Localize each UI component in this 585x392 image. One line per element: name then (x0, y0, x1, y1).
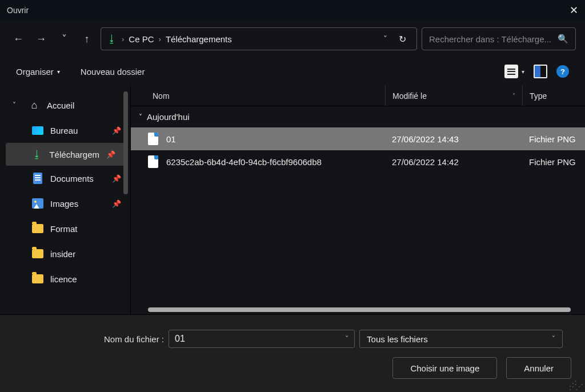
column-header-type[interactable]: Type (522, 86, 585, 106)
column-header-modified[interactable]: Modifié le ˅ (385, 86, 522, 106)
cancel-button[interactable]: Annuler (506, 357, 571, 379)
sidebar-item-insider[interactable]: insider (0, 241, 130, 266)
pin-icon: 📌 (112, 199, 121, 208)
file-name: 01 (166, 134, 385, 144)
sidebar-item-label: Téléchargem (49, 150, 99, 159)
breadcrumb-current[interactable]: Téléchargements (166, 34, 232, 44)
sidebar: ˅ ⌂ Accueil Bureau 📌 ⭳ Téléchargem 📌 Doc… (0, 86, 130, 314)
file-type: Fichier PNG (522, 134, 585, 144)
preview-pane-icon[interactable] (534, 65, 547, 78)
file-row[interactable]: 6235c2ab-6b4d-4ef0-94cb-f6cbf9606db8 27/… (131, 150, 585, 173)
pin-icon: 📌 (112, 174, 121, 183)
filename-input[interactable]: 01 ˅ (169, 330, 355, 348)
sidebar-item-pictures[interactable]: Images 📌 (0, 191, 130, 216)
forward-button[interactable]: → (32, 30, 50, 48)
sidebar-item-label: Bureau (50, 126, 78, 135)
file-list: Nom Modifié le ˅ Type ˅ Aujourd'hui 01 2… (130, 86, 585, 314)
sidebar-item-documents[interactable]: Documents 📌 (0, 166, 130, 191)
window-title: Ouvrir (7, 6, 29, 15)
chevron-down-icon[interactable]: ▾ (522, 69, 524, 75)
resize-grip[interactable]: ⋰⋰⋰ (569, 382, 582, 389)
filename-value: 01 (175, 334, 185, 344)
recent-locations-button[interactable]: ˅ (55, 30, 73, 48)
breadcrumb-separator: › (122, 35, 124, 43)
help-icon[interactable]: ? (556, 65, 569, 78)
pin-icon: 📌 (106, 150, 115, 159)
chevron-down-icon: ˅ (13, 101, 22, 109)
filename-label: Nom du fichier : (104, 334, 164, 344)
up-button[interactable]: ↑ (78, 30, 96, 48)
sidebar-item-label: licence (50, 274, 77, 284)
new-folder-button[interactable]: Nouveau dossier (81, 67, 145, 77)
downloads-pin-icon: ⭳ (107, 33, 117, 45)
sidebar-item-label: Images (50, 199, 78, 209)
sidebar-item-label: Format (50, 224, 78, 234)
file-type: Fichier PNG (522, 157, 585, 167)
pictures-icon (32, 198, 43, 209)
column-header-name[interactable]: Nom (153, 91, 385, 101)
column-headers: Nom Modifié le ˅ Type (131, 86, 585, 106)
document-icon (33, 173, 42, 184)
view-list-icon[interactable] (504, 65, 518, 78)
chevron-down-icon: ▾ (57, 69, 60, 75)
search-icon: 🔍 (558, 34, 568, 44)
group-header[interactable]: ˅ Aujourd'hui (131, 106, 585, 127)
address-bar[interactable]: ⭳ › Ce PC › Téléchargements ˅ ↻ (101, 27, 417, 50)
filetype-value: Tous les fichiers (367, 334, 428, 344)
sidebar-item-home[interactable]: ˅ ⌂ Accueil (0, 93, 130, 118)
home-icon: ⌂ (29, 99, 40, 111)
chevron-down-icon[interactable]: ˅ (345, 335, 348, 343)
search-input[interactable]: Rechercher dans : Télécharge... 🔍 (422, 27, 576, 50)
folder-icon (32, 274, 43, 283)
file-modified: 27/06/2022 14:42 (385, 157, 522, 167)
titlebar: Ouvrir ✕ (0, 0, 585, 21)
scrollbar[interactable] (123, 91, 128, 194)
desktop-icon (32, 126, 43, 135)
chevron-down-icon[interactable]: ˅ (383, 34, 387, 43)
file-icon (148, 133, 158, 145)
open-button[interactable]: Choisir une image (392, 357, 497, 379)
toolbar: Organiser ▾ Nouveau dossier ▾ ? (0, 57, 585, 86)
file-modified: 27/06/2022 14:43 (385, 134, 522, 144)
sidebar-item-downloads[interactable]: ⭳ Téléchargem 📌 (6, 143, 125, 166)
breadcrumb-separator: › (159, 35, 161, 43)
horizontal-scrollbar[interactable] (148, 307, 571, 312)
organize-label: Organiser (16, 67, 54, 77)
chevron-down-icon: ˅ (139, 113, 142, 121)
sort-indicator-icon: ˅ (512, 93, 515, 99)
sidebar-item-desktop[interactable]: Bureau 📌 (0, 118, 130, 143)
breadcrumb-root[interactable]: Ce PC (129, 34, 154, 44)
sidebar-item-label: Documents (50, 174, 94, 183)
file-row[interactable]: 01 27/06/2022 14:43 Fichier PNG (131, 127, 585, 150)
navigation-bar: ← → ˅ ↑ ⭳ › Ce PC › Téléchargements ˅ ↻ … (0, 21, 585, 57)
filetype-select[interactable]: Tous les fichiers ˅ (359, 330, 563, 348)
folder-icon (32, 224, 43, 233)
file-icon (148, 155, 158, 168)
dialog-footer: Nom du fichier : 01 ˅ Tous les fichiers … (0, 314, 585, 392)
refresh-icon[interactable]: ↻ (399, 34, 406, 45)
sidebar-item-label: insider (50, 249, 75, 259)
download-icon: ⭳ (32, 149, 42, 160)
back-button[interactable]: ← (9, 30, 27, 48)
folder-icon (32, 249, 43, 258)
chevron-down-icon: ˅ (552, 335, 555, 343)
sidebar-item-label: Accueil (47, 101, 74, 110)
search-placeholder: Rechercher dans : Télécharge... (429, 34, 551, 44)
pin-icon: 📌 (112, 126, 121, 135)
organize-menu[interactable]: Organiser ▾ (16, 67, 60, 77)
sidebar-item-format[interactable]: Format (0, 216, 130, 241)
group-label: Aujourd'hui (147, 112, 190, 122)
sidebar-item-licence[interactable]: licence (0, 266, 130, 291)
close-icon[interactable]: ✕ (570, 4, 578, 17)
file-name: 6235c2ab-6b4d-4ef0-94cb-f6cbf9606db8 (166, 157, 385, 167)
